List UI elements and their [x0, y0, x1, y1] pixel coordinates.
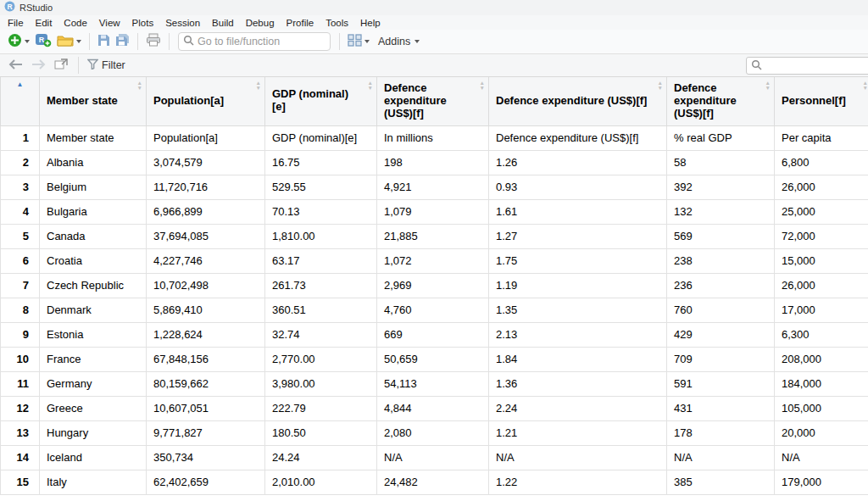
row-number: 14 — [1, 445, 40, 470]
sort-arrows-icon: ▲▼ — [137, 81, 142, 91]
cell: Member state — [40, 125, 147, 150]
cell: 6,300 — [775, 322, 868, 347]
pane-layout-button[interactable] — [345, 32, 372, 52]
goto-file-function-box[interactable] — [178, 32, 331, 51]
cell: 70.13 — [265, 199, 377, 224]
menu-build[interactable]: Build — [206, 18, 240, 28]
popout-window-icon — [54, 58, 68, 73]
cell: 72,000 — [775, 224, 868, 248]
menu-help[interactable]: Help — [354, 18, 387, 28]
new-file-button[interactable] — [5, 31, 32, 53]
menu-tools[interactable]: Tools — [320, 18, 354, 28]
column-header-3[interactable]: ▲▼GDP (nominal)[e] — [265, 77, 377, 125]
forward-arrow-icon — [31, 58, 46, 73]
column-header-1[interactable]: ▲▼Member state — [40, 77, 147, 125]
cell: 392 — [667, 175, 775, 199]
row-number: 11 — [1, 371, 40, 396]
cell: 184,000 — [775, 371, 868, 396]
show-in-new-window-button[interactable] — [51, 56, 71, 75]
forward-button[interactable] — [28, 56, 49, 75]
cell: 1.35 — [489, 298, 667, 322]
menu-file[interactable]: File — [2, 18, 30, 28]
viewer-toolbar: Filter — [0, 54, 868, 77]
menu-profile[interactable]: Profile — [281, 18, 320, 28]
save-all-button[interactable] — [113, 31, 132, 52]
addins-button[interactable]: Addins — [372, 34, 422, 49]
cell: 20,000 — [775, 420, 868, 445]
cell: 0.93 — [489, 175, 667, 199]
open-file-caret-icon — [76, 40, 81, 43]
cell: Croatia — [40, 248, 147, 273]
cell: 16.75 — [265, 150, 377, 175]
sort-arrows-icon: ▲▼ — [480, 81, 485, 91]
open-file-button[interactable] — [54, 32, 84, 52]
row-number: 4 — [1, 199, 40, 224]
search-icon — [751, 58, 762, 74]
cell: 350,734 — [147, 445, 265, 470]
cell: 2,770.00 — [265, 347, 377, 371]
cell: 591 — [667, 371, 775, 396]
cell: 236 — [667, 273, 775, 298]
cell: Per capita — [775, 125, 868, 150]
new-project-button[interactable]: R — [32, 31, 54, 53]
row-number: 5 — [1, 224, 40, 248]
menu-session[interactable]: Session — [159, 18, 206, 28]
cell: 6,966,899 — [147, 199, 265, 224]
cell: 569 — [667, 224, 775, 248]
svg-text:R: R — [7, 3, 12, 11]
cell: 62,402,659 — [147, 470, 265, 494]
menu-view[interactable]: View — [93, 18, 126, 28]
column-header-5[interactable]: ▲▼Defence expenditure (US$)[f] — [489, 77, 667, 125]
column-header-label: GDP (nominal)[e] — [272, 88, 359, 114]
row-number: 1 — [1, 125, 40, 150]
menu-debug[interactable]: Debug — [240, 18, 281, 28]
open-folder-icon — [57, 34, 74, 50]
cell: Hungary — [40, 420, 147, 445]
cell: 15,000 — [775, 248, 868, 273]
filter-button[interactable]: Filter — [84, 56, 129, 75]
menu-edit[interactable]: Edit — [30, 18, 58, 28]
column-header-4[interactable]: ▲▼Defence expenditure (US$)[f] — [377, 77, 489, 125]
cell: Greece — [40, 396, 147, 420]
row-number: 12 — [1, 396, 40, 420]
table-search-input[interactable] — [765, 60, 863, 72]
goto-file-function-input[interactable] — [198, 36, 325, 47]
cell: 10,702,498 — [147, 273, 265, 298]
cell: Estonia — [40, 322, 147, 347]
cell: 2.24 — [489, 396, 667, 420]
table-row: 13Hungary9,771,827180.502,0801.2117820,0… — [1, 420, 868, 445]
save-all-icon — [115, 33, 130, 50]
column-header-7[interactable]: ▲▼Personnel[f] — [775, 77, 868, 125]
pane-layout-caret-icon — [364, 40, 370, 43]
toolbar-separator — [339, 33, 340, 50]
row-number-header[interactable]: ▲ — [1, 77, 40, 125]
cell: 431 — [667, 396, 775, 420]
cell: 178 — [667, 420, 775, 445]
cell: 132 — [667, 199, 775, 224]
cell: 198 — [377, 150, 489, 175]
save-button[interactable] — [95, 32, 113, 52]
back-button[interactable] — [5, 56, 26, 75]
print-button[interactable] — [143, 31, 164, 52]
column-header-6[interactable]: ▲▼Defence expenditure (US$)[f] — [667, 77, 775, 125]
table-row: 11Germany80,159,6623,980.0054,1131.36591… — [1, 371, 868, 396]
filter-label: Filter — [102, 59, 125, 71]
row-number: 3 — [1, 175, 40, 199]
sort-arrows-icon: ▲▼ — [863, 81, 868, 91]
cell: Denmark — [40, 298, 147, 322]
row-number: 15 — [1, 470, 40, 494]
cell: 709 — [667, 347, 775, 371]
column-header-2[interactable]: ▲▼Population[a] — [147, 77, 265, 125]
menu-code[interactable]: Code — [58, 18, 93, 28]
cell: 25,000 — [775, 199, 868, 224]
cell: 58 — [667, 150, 775, 175]
menu-plots[interactable]: Plots — [126, 18, 160, 28]
cell: 1.26 — [489, 150, 667, 175]
table-search-box[interactable] — [746, 57, 868, 75]
row-number: 2 — [1, 150, 40, 175]
column-header-label: Member state — [47, 95, 129, 108]
sort-arrows-icon: ▲▼ — [256, 81, 261, 91]
table-row: 4Bulgaria6,966,89970.131,0791.6113225,00… — [1, 199, 868, 224]
column-header-label: Defence expenditure (US$)[f] — [674, 82, 757, 120]
cell: 4,227,746 — [147, 248, 265, 273]
